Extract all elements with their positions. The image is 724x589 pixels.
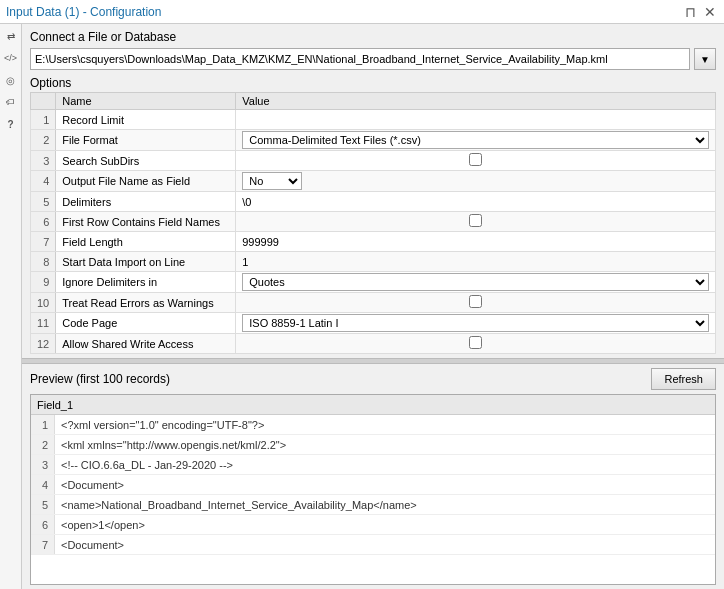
row-num: 2 xyxy=(31,130,56,151)
row-value[interactable]: No xyxy=(236,171,716,192)
connect-row: ▼ xyxy=(30,48,716,70)
row-cell: <open>1</open> xyxy=(55,518,151,532)
table-row: 7Field Length999999 xyxy=(31,232,716,252)
cell-checkbox[interactable] xyxy=(469,336,482,349)
row-name: Allow Shared Write Access xyxy=(56,334,236,354)
close-button[interactable]: ✕ xyxy=(702,5,718,19)
list-item: 2<kml xmlns="http://www.opengis.net/kml/… xyxy=(31,435,715,455)
row-value: \0 xyxy=(236,192,716,212)
row-name: Delimiters xyxy=(56,192,236,212)
row-name: Start Data Import on Line xyxy=(56,252,236,272)
table-row: 5Delimiters\0 xyxy=(31,192,716,212)
cell-checkbox[interactable] xyxy=(469,153,482,166)
row-cell: <kml xmlns="http://www.opengis.net/kml/2… xyxy=(55,438,292,452)
toolbar-icon-3[interactable]: ◎ xyxy=(3,72,19,88)
row-name: First Row Contains Field Names xyxy=(56,212,236,232)
table-row: 2File FormatComma-Delimited Text Files (… xyxy=(31,130,716,151)
row-value[interactable]: Comma-Delimited Text Files (*.csv) xyxy=(236,130,716,151)
row-cell: <Document> xyxy=(55,478,130,492)
list-item: 3<!-- CIO.6.6a_DL - Jan-29-2020 --> xyxy=(31,455,715,475)
row-num: 6 xyxy=(31,212,56,232)
table-row: 11Code PageISO 8859-1 Latin I xyxy=(31,313,716,334)
cell-select-small[interactable]: No xyxy=(242,172,302,190)
row-cell: <!-- CIO.6.6a_DL - Jan-29-2020 --> xyxy=(55,458,239,472)
preview-col-field1: Field_1 xyxy=(37,399,73,411)
col-header-num xyxy=(31,93,56,110)
row-num: 12 xyxy=(31,334,56,354)
row-value[interactable] xyxy=(236,151,716,171)
row-num: 7 xyxy=(31,535,55,554)
list-item: 6 <open>1</open> xyxy=(31,515,715,535)
left-toolbar: ⇄ </> ◎ 🏷 ? xyxy=(0,24,22,589)
row-num: 4 xyxy=(31,475,55,494)
toolbar-icon-4[interactable]: 🏷 xyxy=(3,94,19,110)
list-item: 4<Document> xyxy=(31,475,715,495)
row-cell: <?xml version="1.0" encoding="UTF-8"?> xyxy=(55,418,270,432)
preview-section: Preview (first 100 records) Refresh Fiel… xyxy=(22,364,724,589)
cell-checkbox[interactable] xyxy=(469,214,482,227)
connect-section: Connect a File or Database ▼ xyxy=(22,24,724,74)
pin-button[interactable]: ⊓ xyxy=(683,5,698,19)
table-row: 10Treat Read Errors as Warnings xyxy=(31,293,716,313)
col-header-value: Value xyxy=(236,93,716,110)
cell-checkbox[interactable] xyxy=(469,295,482,308)
row-num: 4 xyxy=(31,171,56,192)
row-num: 3 xyxy=(31,455,55,474)
row-name: Field Length xyxy=(56,232,236,252)
list-item: 7 <Document> xyxy=(31,535,715,555)
row-num: 7 xyxy=(31,232,56,252)
connect-label: Connect a File or Database xyxy=(30,30,716,44)
preview-label: Preview (first 100 records) xyxy=(30,372,170,386)
row-num: 5 xyxy=(31,192,56,212)
list-item: 1<?xml version="1.0" encoding="UTF-8"?> xyxy=(31,415,715,435)
main-content: ⇄ </> ◎ 🏷 ? Connect a File or Database ▼… xyxy=(0,24,724,589)
row-value: 999999 xyxy=(236,232,716,252)
title-bar-title: Input Data (1) - Configuration xyxy=(6,5,161,19)
row-num: 6 xyxy=(31,515,55,534)
row-num: 10 xyxy=(31,293,56,313)
table-row: 3Search SubDirs xyxy=(31,151,716,171)
preview-table-header: Field_1 xyxy=(31,395,715,415)
row-name: Record Limit xyxy=(56,110,236,130)
title-bar: Input Data (1) - Configuration ⊓ ✕ xyxy=(0,0,724,24)
table-row: 4Output File Name as FieldNo xyxy=(31,171,716,192)
row-num: 1 xyxy=(31,110,56,130)
toolbar-icon-2[interactable]: </> xyxy=(3,50,19,66)
options-table: Name Value 1Record Limit2File FormatComm… xyxy=(30,92,716,354)
row-name: Output File Name as Field xyxy=(56,171,236,192)
row-num: 9 xyxy=(31,272,56,293)
preview-body[interactable]: 1<?xml version="1.0" encoding="UTF-8"?>2… xyxy=(31,415,715,584)
toolbar-icon-5[interactable]: ? xyxy=(3,116,19,132)
file-path-input[interactable] xyxy=(30,48,690,70)
options-section: Options Name Value 1Record Limit2File Fo… xyxy=(22,74,724,358)
row-num: 2 xyxy=(31,435,55,454)
table-row: 8Start Data Import on Line1 xyxy=(31,252,716,272)
col-header-name: Name xyxy=(56,93,236,110)
preview-container: Field_1 1<?xml version="1.0" encoding="U… xyxy=(30,394,716,585)
row-name: Code Page xyxy=(56,313,236,334)
row-name: File Format xyxy=(56,130,236,151)
toolbar-icon-1[interactable]: ⇄ xyxy=(3,28,19,44)
cell-select[interactable]: Quotes xyxy=(242,273,709,291)
preview-header: Preview (first 100 records) Refresh xyxy=(30,368,716,390)
cell-select[interactable]: Comma-Delimited Text Files (*.csv) xyxy=(242,131,709,149)
table-row: 6First Row Contains Field Names xyxy=(31,212,716,232)
row-value[interactable]: Quotes xyxy=(236,272,716,293)
options-label: Options xyxy=(30,76,716,90)
row-num: 5 xyxy=(31,495,55,514)
refresh-button[interactable]: Refresh xyxy=(651,368,716,390)
row-cell: <Document> xyxy=(55,538,130,552)
table-row: 9Ignore Delimiters inQuotes xyxy=(31,272,716,293)
list-item: 5 <name>National_Broadband_Internet_Serv… xyxy=(31,495,715,515)
row-num: 11 xyxy=(31,313,56,334)
row-num: 1 xyxy=(31,415,55,434)
row-value[interactable] xyxy=(236,293,716,313)
row-value[interactable] xyxy=(236,334,716,354)
row-value[interactable]: ISO 8859-1 Latin I xyxy=(236,313,716,334)
row-name: Ignore Delimiters in xyxy=(56,272,236,293)
row-name: Search SubDirs xyxy=(56,151,236,171)
cell-select[interactable]: ISO 8859-1 Latin I xyxy=(242,314,709,332)
row-value[interactable] xyxy=(236,212,716,232)
title-bar-controls: ⊓ ✕ xyxy=(683,5,718,19)
browse-button[interactable]: ▼ xyxy=(694,48,716,70)
